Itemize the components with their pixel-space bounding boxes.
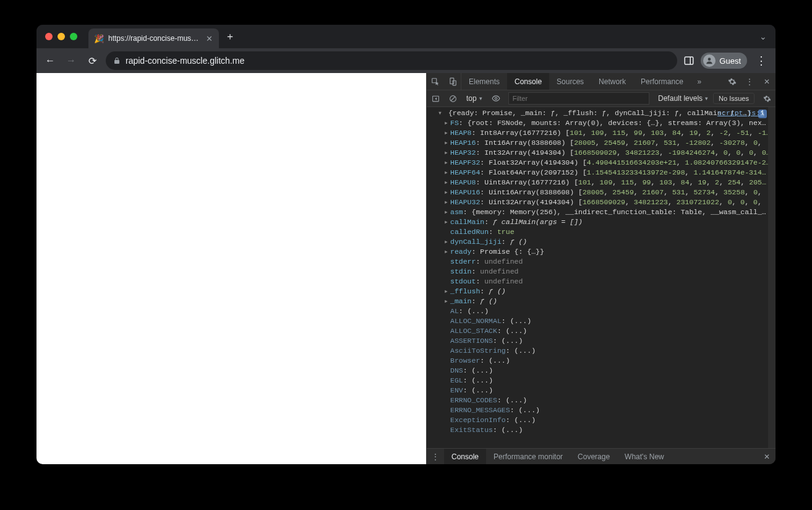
drawer-tab-performance-monitor[interactable]: Performance monitor xyxy=(486,449,570,464)
drawer-tab-whats-new[interactable]: What's New xyxy=(617,449,672,464)
object-property-row[interactable]: ▸HEAPF64: Float64Array(2097152) [1.15454… xyxy=(430,168,776,178)
issues-button[interactable]: No Issues xyxy=(713,93,754,104)
console-output[interactable]: script.js:5 ▾ {ready: Promise, _main: ƒ,… xyxy=(427,107,776,448)
drawer-tab-coverage[interactable]: Coverage xyxy=(570,449,617,464)
expand-icon[interactable]: ▾ xyxy=(438,108,444,118)
object-property-row[interactable]: DNS: (...) xyxy=(430,366,776,376)
back-button[interactable]: ← xyxy=(43,55,58,66)
maximize-window-button[interactable] xyxy=(70,33,77,40)
inspect-element-icon[interactable] xyxy=(427,73,444,90)
expand-icon[interactable]: ▸ xyxy=(444,207,450,217)
object-property-row[interactable]: ▸HEAP8: Int8Array(16777216) [101, 109, 1… xyxy=(430,128,776,138)
object-property-row[interactable]: ExitStatus: (...) xyxy=(430,425,776,435)
expand-icon[interactable]: ▸ xyxy=(444,118,450,128)
close-window-button[interactable] xyxy=(45,33,53,40)
log-levels-selector[interactable]: Default levels▾ xyxy=(653,94,713,103)
browser-menu-icon[interactable]: ⋮ xyxy=(753,54,769,67)
close-devtools-icon[interactable]: ✕ xyxy=(758,73,776,90)
object-property-row[interactable]: ▸dynCall_jiji: ƒ () xyxy=(430,237,776,247)
page-viewport[interactable] xyxy=(36,73,426,464)
expand-icon[interactable]: ▸ xyxy=(444,296,450,306)
property-key: ASSERTIONS xyxy=(450,337,493,345)
expand-icon[interactable]: ▸ xyxy=(444,128,450,138)
object-property-row[interactable]: stdin: undefined xyxy=(430,267,776,277)
object-property-row[interactable]: ▸HEAP16: Int16Array(8388608) [28005, 254… xyxy=(430,138,776,148)
expand-icon[interactable]: ▸ xyxy=(444,158,450,168)
object-property-row[interactable]: ▸_fflush: ƒ () xyxy=(430,287,776,296)
devtools-menu-icon[interactable]: ⋮ xyxy=(741,73,758,90)
source-link[interactable]: script.js:5 xyxy=(717,108,764,118)
property-key: FS xyxy=(450,119,459,127)
property-key: ALLOC_NORMAL xyxy=(450,317,502,325)
tab-console[interactable]: Console xyxy=(507,73,549,90)
expand-icon[interactable]: ▸ xyxy=(444,168,450,178)
object-property-row[interactable]: ▸HEAPU16: Uint16Array(8388608) [28005, 2… xyxy=(430,188,776,197)
object-property-row[interactable]: Browser: (...) xyxy=(430,356,776,366)
object-property-row[interactable]: ▸HEAPF32: Float32Array(4194304) [4.49044… xyxy=(430,158,776,168)
object-property-row[interactable]: stdout: undefined xyxy=(430,277,776,287)
tab-search-icon[interactable]: ⌄ xyxy=(756,32,771,41)
object-property-row[interactable]: ExceptionInfo: (...) xyxy=(430,415,776,425)
favicon-icon: 🎉 xyxy=(95,34,103,43)
drawer-menu-icon[interactable]: ⋮ xyxy=(427,449,444,464)
svg-rect-5 xyxy=(453,80,456,85)
expand-icon[interactable]: ▸ xyxy=(444,178,450,188)
object-property-row[interactable]: AsciiToString: (...) xyxy=(430,346,776,356)
profile-chip[interactable]: Guest xyxy=(701,53,747,69)
new-tab-button[interactable]: ＋ xyxy=(225,30,235,43)
reload-button[interactable]: ⟳ xyxy=(85,55,100,67)
property-key: DNS xyxy=(450,366,463,374)
expand-icon[interactable]: ▸ xyxy=(444,247,450,257)
expand-icon[interactable]: ▸ xyxy=(444,287,450,296)
avatar-icon xyxy=(703,54,716,67)
object-property-row[interactable]: ▸FS: {root: FSNode, mounts: Array(0), de… xyxy=(430,118,776,128)
expand-icon[interactable]: ▸ xyxy=(444,237,450,247)
close-tab-icon[interactable]: ✕ xyxy=(206,34,213,43)
console-settings-icon[interactable] xyxy=(758,95,776,103)
object-property-row[interactable]: AL: (...) xyxy=(430,306,776,316)
console-toolbar: top▾ Default levels▾ No Issues xyxy=(427,90,776,107)
object-property-row[interactable]: ▸_main: ƒ () xyxy=(430,296,776,306)
object-property-row[interactable]: ▸asm: {memory: Memory(256), __indirect_f… xyxy=(430,207,776,217)
side-panel-icon[interactable] xyxy=(683,55,694,66)
forward-button[interactable]: → xyxy=(64,55,79,66)
lock-icon[interactable] xyxy=(113,57,121,64)
object-property-row[interactable]: ▸HEAP32: Int32Array(4194304) [1668509029… xyxy=(430,148,776,158)
expand-icon[interactable]: ▸ xyxy=(444,138,450,148)
object-property-row[interactable]: ▸ready: Promise {: {…}} xyxy=(430,247,776,257)
tab-network[interactable]: Network xyxy=(591,73,633,90)
drawer-tab-console[interactable]: Console xyxy=(444,449,486,464)
settings-icon[interactable] xyxy=(724,73,741,90)
address-bar[interactable]: rapid-concise-muscle.glitch.me xyxy=(106,51,677,70)
object-property-row[interactable]: ▸HEAPU8: Uint8Array(16777216) [101, 109,… xyxy=(430,178,776,188)
expand-icon[interactable]: ▸ xyxy=(444,148,450,158)
object-property-row[interactable]: ALLOC_STACK: (...) xyxy=(430,326,776,336)
browser-tab[interactable]: 🎉 https://rapid-concise-muscle.g ✕ xyxy=(88,28,219,48)
tab-elements[interactable]: Elements xyxy=(461,73,507,90)
object-property-row[interactable]: calledRun: true xyxy=(430,227,776,237)
object-property-row[interactable]: ERRNO_CODES: (...) xyxy=(430,395,776,405)
live-expression-icon[interactable] xyxy=(487,94,505,103)
scrollbar[interactable] xyxy=(768,107,776,448)
toggle-sidebar-icon[interactable] xyxy=(427,95,444,103)
tab-performance[interactable]: Performance xyxy=(633,73,691,90)
tab-sources[interactable]: Sources xyxy=(549,73,591,90)
minimize-window-button[interactable] xyxy=(58,33,65,40)
expand-icon[interactable]: ▸ xyxy=(444,197,450,207)
object-property-row[interactable]: EGL: (...) xyxy=(430,376,776,386)
clear-console-icon[interactable] xyxy=(444,95,461,103)
close-drawer-icon[interactable]: ✕ xyxy=(758,449,776,464)
object-property-row[interactable]: ENV: (...) xyxy=(430,386,776,395)
expand-icon[interactable]: ▸ xyxy=(444,188,450,197)
context-selector[interactable]: top▾ xyxy=(461,94,487,103)
device-toolbar-icon[interactable] xyxy=(444,73,461,90)
object-property-row[interactable]: ERRNO_MESSAGES: (...) xyxy=(430,405,776,415)
object-property-row[interactable]: ALLOC_NORMAL: (...) xyxy=(430,316,776,326)
filter-input[interactable] xyxy=(508,92,649,105)
object-property-row[interactable]: ▸callMain: ƒ callMain(args = []) xyxy=(430,217,776,227)
object-property-row[interactable]: ASSERTIONS: (...) xyxy=(430,336,776,346)
more-tabs-icon[interactable]: » xyxy=(691,73,708,90)
expand-icon[interactable]: ▸ xyxy=(444,217,450,227)
object-property-row[interactable]: ▸HEAPU32: Uint32Array(4194304) [16685090… xyxy=(430,197,776,207)
object-property-row[interactable]: stderr: undefined xyxy=(430,257,776,267)
